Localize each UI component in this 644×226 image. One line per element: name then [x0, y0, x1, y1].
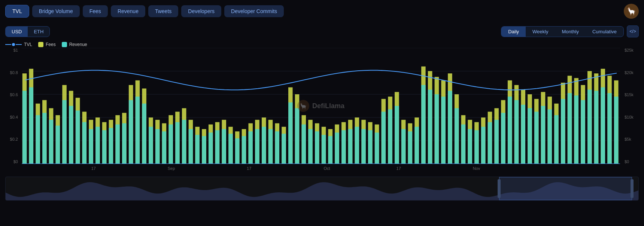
svg-rect-135: [448, 91, 452, 164]
x-axis-label: 17: [397, 166, 401, 171]
svg-rect-151: [501, 113, 505, 164]
svg-rect-185: [614, 97, 619, 164]
svg-rect-163: [541, 106, 546, 164]
nav-bridge-volume[interactable]: Bridge Volume: [32, 5, 80, 17]
svg-rect-143: [474, 130, 479, 164]
svg-rect-99: [328, 136, 333, 164]
svg-rect-117: [388, 109, 392, 164]
svg-rect-25: [82, 122, 87, 164]
svg-rect-81: [268, 129, 273, 164]
x-axis-label: Nov: [473, 166, 480, 171]
svg-rect-155: [514, 100, 519, 164]
svg-rect-39: [129, 100, 133, 164]
svg-rect-133: [441, 97, 446, 164]
svg-rect-109: [361, 129, 366, 164]
top-nav: TVL Bridge Volume Fees Revenue Tweets De…: [0, 0, 644, 22]
currency-eth[interactable]: ETH: [28, 27, 49, 37]
period-monthly[interactable]: Monthly: [555, 27, 586, 37]
svg-rect-181: [601, 87, 605, 164]
svg-rect-55: [182, 120, 186, 164]
svg-rect-45: [149, 127, 153, 164]
nav-developers[interactable]: Developers: [181, 5, 221, 17]
svg-rect-37: [122, 123, 127, 164]
nav-tweets[interactable]: Tweets: [148, 5, 178, 17]
overview-selection: [499, 177, 632, 200]
svg-rect-123: [408, 131, 413, 164]
currency-usd[interactable]: USD: [6, 27, 28, 37]
x-axis-label: Oct: [323, 166, 330, 171]
svg-rect-35: [115, 125, 120, 164]
svg-rect-9: [29, 87, 34, 164]
legend-row: TVL Fees Revenue: [0, 40, 644, 48]
svg-rect-157: [521, 105, 525, 164]
svg-rect-173: [574, 95, 578, 164]
svg-rect-177: [587, 90, 592, 164]
svg-rect-69: [228, 134, 233, 164]
avatar: 🦙: [624, 4, 639, 19]
period-weekly[interactable]: Weekly: [526, 27, 555, 37]
nav-tvl[interactable]: TVL: [5, 5, 29, 18]
svg-rect-59: [195, 135, 200, 164]
svg-rect-101: [335, 132, 339, 164]
svg-rect-51: [168, 125, 173, 164]
overview-handle-right[interactable]: [631, 179, 634, 198]
svg-rect-127: [421, 85, 426, 164]
legend-revenue: Revenue: [62, 42, 87, 47]
svg-rect-137: [455, 108, 459, 164]
period-group: Daily Weekly Monthly Cumulative: [501, 26, 624, 37]
svg-rect-145: [481, 127, 486, 164]
overview-strip[interactable]: [5, 177, 639, 201]
svg-rect-29: [95, 127, 100, 164]
svg-rect-89: [295, 108, 300, 164]
svg-rect-105: [348, 129, 353, 164]
nav-fees[interactable]: Fees: [83, 5, 108, 17]
svg-rect-13: [42, 113, 47, 164]
svg-rect-165: [547, 109, 552, 164]
svg-rect-83: [275, 131, 279, 164]
svg-rect-161: [534, 112, 539, 164]
period-cumulative[interactable]: Cumulative: [586, 27, 623, 37]
svg-rect-27: [89, 129, 93, 164]
svg-rect-71: [235, 138, 240, 164]
overview-handle-left[interactable]: [498, 179, 501, 198]
chart-svg: [22, 48, 620, 164]
svg-rect-85: [282, 134, 286, 164]
svg-rect-33: [109, 128, 113, 164]
x-axis-label: 17: [247, 166, 251, 171]
currency-group: USD ETH: [5, 26, 50, 37]
legend-tvl: TVL: [5, 42, 32, 47]
svg-rect-107: [355, 127, 359, 164]
svg-rect-121: [401, 129, 406, 164]
embed-button[interactable]: </>: [627, 25, 639, 37]
svg-rect-167: [554, 115, 559, 164]
svg-rect-139: [461, 125, 466, 164]
svg-rect-115: [382, 112, 386, 164]
svg-rect-79: [262, 127, 266, 164]
svg-rect-129: [428, 90, 432, 164]
svg-rect-113: [375, 132, 379, 164]
svg-rect-111: [368, 130, 373, 164]
period-daily[interactable]: Daily: [501, 27, 526, 37]
svg-rect-47: [155, 129, 160, 164]
svg-rect-125: [414, 127, 419, 164]
svg-rect-21: [69, 106, 73, 164]
svg-rect-183: [607, 93, 612, 164]
svg-rect-43: [142, 104, 146, 164]
legend-fees: Fees: [38, 42, 56, 47]
svg-rect-153: [508, 97, 512, 164]
svg-rect-7: [22, 91, 27, 164]
svg-rect-77: [255, 129, 259, 164]
svg-rect-141: [468, 129, 472, 164]
svg-rect-65: [215, 130, 220, 164]
svg-rect-87: [288, 103, 293, 164]
svg-rect-147: [488, 122, 492, 164]
svg-rect-75: [248, 131, 253, 164]
svg-rect-103: [341, 130, 346, 164]
nav-revenue[interactable]: Revenue: [111, 5, 145, 17]
svg-rect-175: [581, 100, 585, 164]
svg-rect-57: [189, 129, 193, 164]
controls-row: USD ETH Daily Weekly Monthly Cumulative …: [0, 22, 644, 40]
svg-rect-149: [494, 120, 499, 164]
y-axis-left: $1 $0.8 $0.6 $0.4 $0.2 $0: [5, 48, 20, 164]
nav-developer-commits[interactable]: Developer Commits: [224, 5, 284, 17]
